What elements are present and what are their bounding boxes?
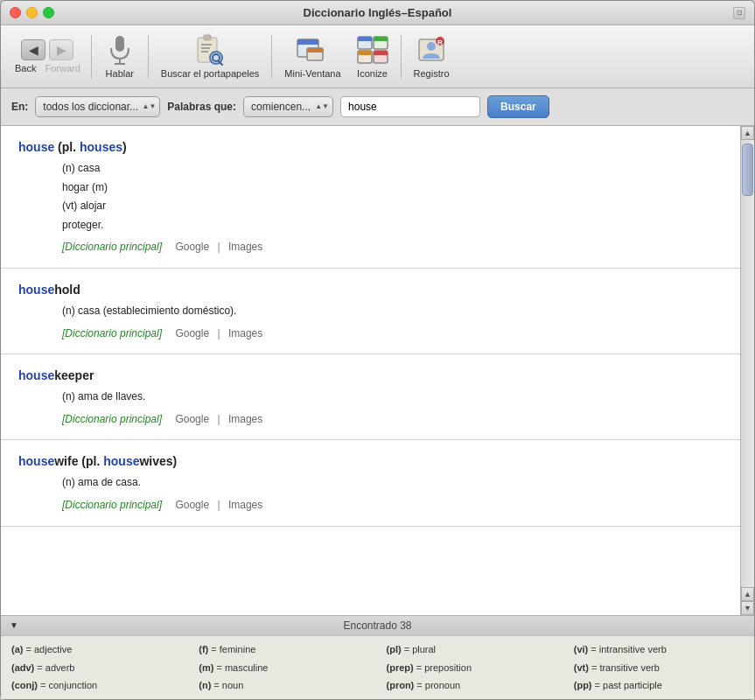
google-link-4[interactable]: Google (175, 499, 209, 511)
scroll-thumb[interactable] (742, 144, 753, 196)
mic-icon (104, 34, 136, 66)
search-input[interactable] (340, 96, 480, 117)
abbrev-a: (a) = adjective (11, 641, 181, 658)
abbrev-prep: (prep) = preposition (387, 660, 556, 676)
resize-icon[interactable]: ⊡ (733, 7, 745, 19)
toolbar: ◀ ▶ Back Forward Hablar (1, 25, 754, 88)
def-3: (vt) alojar (62, 197, 723, 216)
scroll-down-bottom[interactable]: ▼ (741, 601, 754, 615)
entry-house: house (pl. houses) (n) casa hogar (m) (v… (1, 126, 740, 269)
images-link-2[interactable]: Images (228, 327, 262, 340)
dict-principal-link[interactable]: [Diccionario principal] (62, 241, 162, 253)
household-def-1: (n) casa (establecimiento doméstico). (62, 302, 723, 321)
def-1: (n) casa (62, 159, 723, 178)
google-link-3[interactable]: Google (175, 413, 209, 425)
iconize-label: Iconize (357, 68, 388, 79)
registro-label: Registro (414, 68, 450, 79)
house-word-black: (pl. (54, 140, 80, 154)
content-area: house (pl. houses) (n) casa hogar (m) (v… (1, 126, 754, 615)
house-word-blue2: houses (80, 140, 122, 154)
separator-2 (148, 35, 149, 79)
entry-household: household (n) casa (establecimiento domé… (1, 269, 740, 354)
entry-housekeeper-header: housekeeper (18, 368, 723, 382)
entry-housekeeper-links: [Diccionario principal] Google | Images (62, 410, 723, 430)
hablar-button[interactable]: Hablar (97, 31, 143, 82)
buscar-button[interactable]: Buscar (487, 95, 549, 118)
minimize-button[interactable] (26, 7, 38, 18)
registro-button[interactable]: R Registro (407, 31, 457, 82)
searchbar: En: todos los diccionar... Palabras que:… (1, 88, 754, 126)
abbrev-grid: (a) = adjective (f) = feminine (pl) = pl… (11, 641, 744, 694)
maximize-button[interactable] (43, 7, 54, 18)
google-link-2[interactable]: Google (175, 327, 209, 340)
household-word-blue: house (18, 283, 54, 297)
mini-ventana-label: Mini-Ventana (284, 68, 340, 79)
housewife-word-blue: house (18, 454, 54, 468)
close-button[interactable] (10, 7, 21, 18)
main-window: Diccionario Inglés–Español ⊡ ◀ ▶ Back Fo… (0, 0, 755, 700)
housekeeper-word-black: keeper (54, 368, 94, 382)
abbrev-vt: (vt) = transitive verb (574, 660, 744, 676)
entry-household-links: [Diccionario principal] Google | Images (62, 325, 723, 344)
palabras-selector[interactable]: comiencen... (243, 96, 333, 117)
iconize-button[interactable]: Iconize (350, 31, 395, 82)
iconize-icon (357, 34, 388, 66)
palabras-dropdown[interactable]: comiencen... (243, 96, 333, 117)
scrollbar[interactable]: ▲ ▲ ▼ (740, 126, 754, 615)
separator-1 (91, 35, 92, 79)
abbrev-adv: (adv) = adverb (11, 660, 181, 676)
entry-house-body: (n) casa hogar (m) (vt) alojar proteger.… (18, 159, 723, 257)
buscar-clipboard-label: Buscar el portapapeles (161, 68, 260, 79)
entry-housewife-header: housewife (pl. housewives) (18, 454, 723, 468)
forward-button[interactable]: ▶ (49, 39, 73, 60)
housewife-word-blue2: house (103, 454, 139, 468)
house-word-paren: ) (122, 140, 127, 154)
entry-housewife: housewife (pl. housewives) (n) ama de ca… (1, 440, 740, 526)
images-link-3[interactable]: Images (228, 413, 262, 425)
images-link[interactable]: Images (228, 241, 262, 253)
abbrev-pp: (pp) = past participle (574, 677, 744, 694)
svg-text:R: R (437, 38, 443, 46)
dict-principal-link-3[interactable]: [Diccionario principal] (62, 413, 162, 425)
scroll-up[interactable]: ▲ (741, 126, 754, 140)
def-4: proteger. (62, 216, 723, 235)
mini-window-icon (297, 34, 328, 66)
status-bar: ▼ Encontrado 38 (1, 615, 754, 635)
status-arrow: ▼ (10, 620, 18, 630)
separator-3 (271, 35, 272, 79)
house-word-blue: house (18, 140, 54, 154)
entry-household-header: household (18, 283, 723, 297)
svg-rect-19 (358, 39, 372, 41)
buscar-clipboard-button[interactable]: Buscar el portapapeles (154, 31, 267, 82)
housewife-def-1: (n) ama de casa. (62, 473, 723, 493)
entry-household-body: (n) casa (establecimiento doméstico). [D… (18, 302, 723, 343)
separator-4 (401, 35, 402, 79)
housewife-word-black: wife (pl. (54, 454, 103, 468)
registro-icon: R (416, 34, 447, 66)
dictionary-dropdown[interactable]: todos los diccionar... (35, 96, 160, 117)
abbrev-n: (n) = noun (199, 677, 368, 694)
dictionary-selector[interactable]: todos los diccionar... (35, 96, 160, 117)
titlebar: Diccionario Inglés–Español ⊡ (1, 1, 754, 25)
forward-label: Forward (45, 63, 80, 74)
def-2: hogar (m) (62, 178, 723, 198)
svg-point-30 (427, 42, 436, 51)
scroll-down-top[interactable]: ▲ (741, 587, 754, 601)
svg-rect-28 (374, 53, 388, 55)
dict-principal-link-2[interactable]: [Diccionario principal] (62, 327, 162, 340)
results-panel[interactable]: house (pl. houses) (n) casa hogar (m) (v… (1, 126, 740, 615)
back-button[interactable]: ◀ (21, 39, 45, 60)
traffic-lights (10, 7, 54, 18)
abbrev-conj: (conj) = conjunction (11, 677, 181, 694)
abbrev-vi: (vi) = intransitive verb (574, 641, 744, 658)
housekeeper-word-blue: house (18, 368, 54, 382)
images-link-4[interactable]: Images (228, 499, 262, 511)
entry-house-links: [Diccionario principal] Google | Images (62, 238, 723, 257)
mini-ventana-button[interactable]: Mini-Ventana (277, 31, 347, 82)
abbrev-m: (m) = masculine (199, 660, 368, 676)
svg-rect-0 (115, 36, 124, 52)
dict-principal-link-4[interactable]: [Diccionario principal] (62, 499, 162, 511)
svg-rect-16 (307, 51, 323, 52)
entry-housekeeper-body: (n) ama de llaves. [Diccionario principa… (18, 388, 723, 429)
google-link[interactable]: Google (175, 241, 209, 253)
